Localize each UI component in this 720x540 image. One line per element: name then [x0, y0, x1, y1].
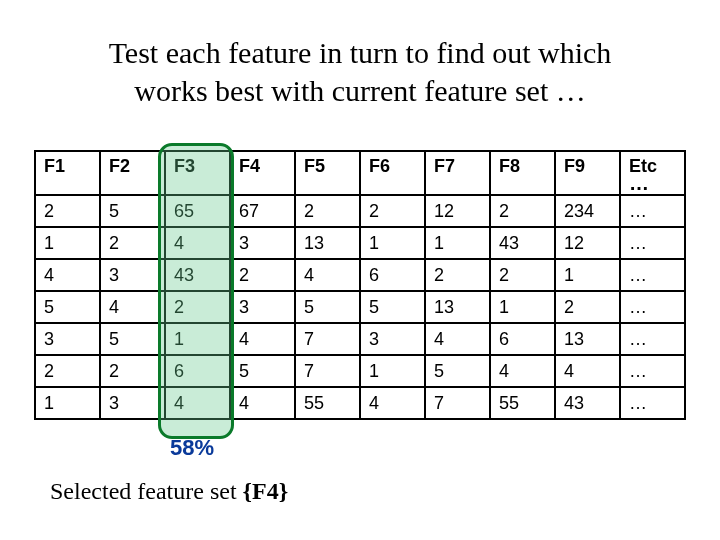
feature-table: F1 F2 F3 F4 F5 F6 F7 F8 F9 Etc … [34, 150, 686, 420]
cell: 1 [360, 227, 425, 259]
col-header: F5 [295, 151, 360, 195]
col-header: F6 [360, 151, 425, 195]
cell: 2 [100, 227, 165, 259]
cell: 7 [295, 323, 360, 355]
percent-label: 58% [170, 435, 214, 461]
cell: 2 [35, 195, 100, 227]
cell: 1 [555, 259, 620, 291]
cell: 1 [165, 323, 230, 355]
cell: 13 [555, 323, 620, 355]
cell: … [620, 387, 685, 419]
cell: 2 [35, 355, 100, 387]
cell: 13 [425, 291, 490, 323]
caption-prefix: Selected feature set [50, 478, 243, 504]
cell: 2 [490, 195, 555, 227]
cell: 2 [360, 195, 425, 227]
cell: 4 [165, 387, 230, 419]
cell: … [620, 291, 685, 323]
cell: 3 [230, 291, 295, 323]
cell: 2 [490, 259, 555, 291]
col-header: F3 [165, 151, 230, 195]
etc-dots: … [629, 177, 678, 189]
cell: 4 [360, 387, 425, 419]
cell: 1 [490, 291, 555, 323]
cell: 5 [425, 355, 490, 387]
cell: 3 [100, 387, 165, 419]
cell: 43 [165, 259, 230, 291]
cell: 3 [100, 259, 165, 291]
cell: 1 [425, 227, 490, 259]
cell: 234 [555, 195, 620, 227]
col-header: F8 [490, 151, 555, 195]
table-row: 1 2 4 3 13 1 1 43 12 … [35, 227, 685, 259]
cell: 2 [555, 291, 620, 323]
cell: 1 [360, 355, 425, 387]
cell: 7 [295, 355, 360, 387]
table-row: 2 5 65 67 2 2 12 2 234 … [35, 195, 685, 227]
col-header-etc: Etc … [620, 151, 685, 195]
cell: 6 [165, 355, 230, 387]
cell: … [620, 195, 685, 227]
cell: 4 [425, 323, 490, 355]
table-row: 5 4 2 3 5 5 13 1 2 … [35, 291, 685, 323]
cell: 4 [100, 291, 165, 323]
cell: … [620, 227, 685, 259]
cell: 55 [295, 387, 360, 419]
table-row: 1 3 4 4 55 4 7 55 43 … [35, 387, 685, 419]
cell: 3 [360, 323, 425, 355]
cell: 3 [35, 323, 100, 355]
cell: 4 [165, 227, 230, 259]
cell: 3 [230, 227, 295, 259]
cell: 2 [165, 291, 230, 323]
cell: 5 [35, 291, 100, 323]
cell: 5 [295, 291, 360, 323]
feature-table-wrap: F1 F2 F3 F4 F5 F6 F7 F8 F9 Etc … [34, 150, 686, 420]
cell: 5 [360, 291, 425, 323]
title-line-1: Test each feature in turn to find out wh… [109, 36, 612, 69]
cell: 67 [230, 195, 295, 227]
cell: 4 [230, 387, 295, 419]
cell: 43 [555, 387, 620, 419]
cell: 4 [230, 323, 295, 355]
cell: 65 [165, 195, 230, 227]
caption-set: {F4} [243, 478, 289, 504]
cell: 5 [100, 195, 165, 227]
cell: 1 [35, 387, 100, 419]
cell: 2 [295, 195, 360, 227]
table-row: 2 2 6 5 7 1 5 4 4 … [35, 355, 685, 387]
cell: 6 [360, 259, 425, 291]
cell: 4 [490, 355, 555, 387]
table-row: 4 3 43 2 4 6 2 2 1 … [35, 259, 685, 291]
selected-caption: Selected feature set {F4} [50, 478, 288, 505]
cell: 13 [295, 227, 360, 259]
table-body: 2 5 65 67 2 2 12 2 234 … 1 2 4 3 13 [35, 195, 685, 419]
cell: 12 [555, 227, 620, 259]
cell: 1 [35, 227, 100, 259]
cell: 6 [490, 323, 555, 355]
cell: 2 [230, 259, 295, 291]
cell: 5 [230, 355, 295, 387]
table-header-row: F1 F2 F3 F4 F5 F6 F7 F8 F9 Etc … [35, 151, 685, 195]
cell: 2 [100, 355, 165, 387]
col-header: F4 [230, 151, 295, 195]
title-line-2: works best with current feature set … [134, 74, 586, 107]
cell: … [620, 259, 685, 291]
cell: 43 [490, 227, 555, 259]
cell: 5 [100, 323, 165, 355]
cell: 4 [555, 355, 620, 387]
slide-title: Test each feature in turn to find out wh… [0, 34, 720, 109]
cell: 2 [425, 259, 490, 291]
table-row: 3 5 1 4 7 3 4 6 13 … [35, 323, 685, 355]
cell: 7 [425, 387, 490, 419]
cell: 12 [425, 195, 490, 227]
col-header: F1 [35, 151, 100, 195]
cell: 55 [490, 387, 555, 419]
col-header: F7 [425, 151, 490, 195]
cell: 4 [35, 259, 100, 291]
cell: … [620, 355, 685, 387]
slide: Test each feature in turn to find out wh… [0, 0, 720, 540]
cell: … [620, 323, 685, 355]
col-header: F9 [555, 151, 620, 195]
cell: 4 [295, 259, 360, 291]
col-header: F2 [100, 151, 165, 195]
